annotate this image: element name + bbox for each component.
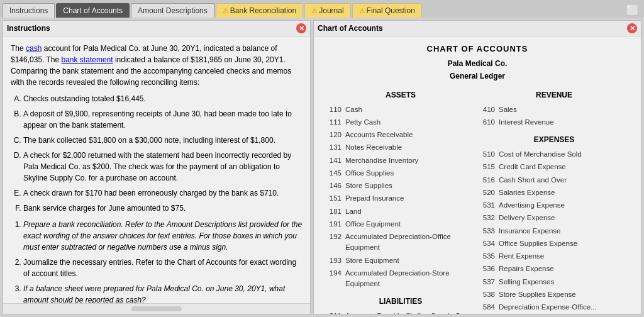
asset-item-192: 192 Accumulated Depreciation-Office Equi… [324,231,477,253]
expense-item-531: 531 Advertising Expense [477,200,631,211]
num-item-1: Prepare a bank reconciliation. Refer to … [23,219,303,253]
tab-amount-descriptions[interactable]: Amount Descriptions [131,3,214,18]
expense-item-537: 537 Selling Expenses [477,277,631,287]
expense-item-532: 532 Delivery Expense [477,213,631,223]
chart-of-accounts-panel: Chart of Accounts ✕ CHART OF ACCOUNTS Pa… [313,20,641,314]
warning-icon-final: ⚠ [359,7,365,14]
asset-item-141: 141 Merchandise Inventory [324,155,477,166]
asset-item-151: 151 Prepaid Insurance [324,193,477,204]
coa-left-col: ASSETS 110 Cash 111 Petty Cash 120 Accou [324,89,477,314]
revenue-header: REVENUE [477,89,631,101]
cash-link[interactable]: cash [26,44,42,53]
expand-icon[interactable]: ⬜ [624,3,641,18]
alpha-item-d: A check for $2,000 returned with the sta… [23,150,303,184]
asset-item-194: 194 Accumulated Depreciation-Store Equip… [324,268,477,290]
instructions-intro: The cash account for Pala Medical Co. at… [11,43,303,88]
liabilities-section: LIABILITIES 211 Accounts Payable-Skyline… [324,296,477,314]
expense-item-534: 534 Office Supplies Expense [477,238,631,249]
coa-columns: ASSETS 110 Cash 111 Petty Cash 120 Accou [324,89,631,314]
expense-item-536: 536 Repairs Expense [477,264,631,274]
expenses-header: EXPENSES [477,134,631,145]
expense-item-520: 520 Salaries Expense [477,187,631,198]
asset-item-191: 191 Office Equipment [324,219,477,230]
instructions-header: Instructions ✕ [3,21,310,36]
liability-item-211: 211 Accounts Payable-Skyline Supply Co. [324,311,477,314]
coa-panel-title: Chart of Accounts [318,24,383,33]
asset-item-131: 131 Notes Receivable [324,142,477,153]
num-item-2: Journalize the necessary entries. Refer … [23,257,303,279]
instructions-title: Instructions [7,24,50,33]
asset-item-120: 120 Accounts Receivable [324,130,477,140]
asset-item-110: 110 Cash [324,104,477,115]
tab-journal[interactable]: ⚠Journal [304,3,350,18]
alpha-item-a: Checks outstanding totaled $16,445. [23,93,303,104]
expenses-section: EXPENSES 510 Cost of Merchandise Sold 51… [477,134,631,313]
asset-item-193: 193 Store Equipment [324,255,477,266]
liabilities-header: LIABILITIES [324,296,477,307]
expense-item-535: 535 Rent Expense [477,251,631,262]
coa-header: Chart of Accounts ✕ [314,21,641,36]
alpha-list: Checks outstanding totaled $16,445. A de… [23,93,303,214]
asset-item-181: 181 Land [324,206,477,217]
alpha-item-f: Bank service charges for June amounted t… [23,203,303,214]
revenue-item-610: 610 Interest Revenue [477,117,631,128]
tab-final-question[interactable]: ⚠Final Question [352,3,422,18]
coa-ledger: General Ledger [324,70,631,82]
num-item-3: If a balance sheet were prepared for Pal… [23,283,303,303]
expense-item-515: 515 Credit Card Expense [477,162,631,172]
tab-bank-reconciliation[interactable]: ⚠Bank Reconciliation [216,3,303,18]
expense-item-510: 510 Cost of Merchandise Sold [477,149,631,160]
warning-icon-journal: ⚠ [311,7,318,14]
expense-item-584: 584 Depreciation Expense-Office... [477,302,631,313]
expense-item-516: 516 Cash Short and Over [477,175,631,186]
asset-item-146: 146 Store Supplies [324,181,477,191]
coa-body: CHART OF ACCOUNTS Pala Medical Co. Gener… [314,36,641,314]
main-content: Instructions ✕ The cash account for Pala… [0,18,644,317]
asset-item-145: 145 Office Supplies [324,168,477,179]
coa-close-button[interactable]: ✕ [627,23,637,33]
expense-item-538: 538 Store Supplies Expense [477,289,631,300]
coa-company: Pala Medical Co. [324,58,631,69]
instructions-close-button[interactable]: ✕ [296,23,306,33]
warning-icon-bank: ⚠ [223,7,229,14]
alpha-item-e: A check drawn for $170 had been erroneou… [23,187,303,199]
assets-header: ASSETS [324,89,477,101]
tab-chart-of-accounts[interactable]: Chart of Accounts [56,3,130,18]
instructions-footer [3,303,310,314]
alpha-item-b: A deposit of $9,900, representing receip… [23,108,303,131]
scroll-indicator [131,306,182,311]
tab-instructions[interactable]: Instructions [3,3,55,18]
asset-item-111: 111 Petty Cash [324,117,477,128]
bank-statement-link[interactable]: bank statement [62,55,113,64]
num-list: Prepare a bank reconciliation. Refer to … [23,219,303,303]
revenue-item-410: 410 Sales [477,104,631,115]
expense-item-533: 533 Insurance Expense [477,226,631,236]
coa-right-col: REVENUE 410 Sales 610 Interest Revenue E… [477,89,631,314]
top-nav: Instructions Chart of Accounts Amount De… [0,0,644,18]
coa-main-title: CHART OF ACCOUNTS [324,43,631,55]
instructions-panel: Instructions ✕ The cash account for Pala… [3,20,311,314]
instructions-body: The cash account for Pala Medical Co. at… [3,36,310,303]
assets-list: 110 Cash 111 Petty Cash 120 Accounts Rec… [324,104,477,290]
alpha-item-c: The bank collected $31,800 on a $30,000 … [23,135,303,146]
